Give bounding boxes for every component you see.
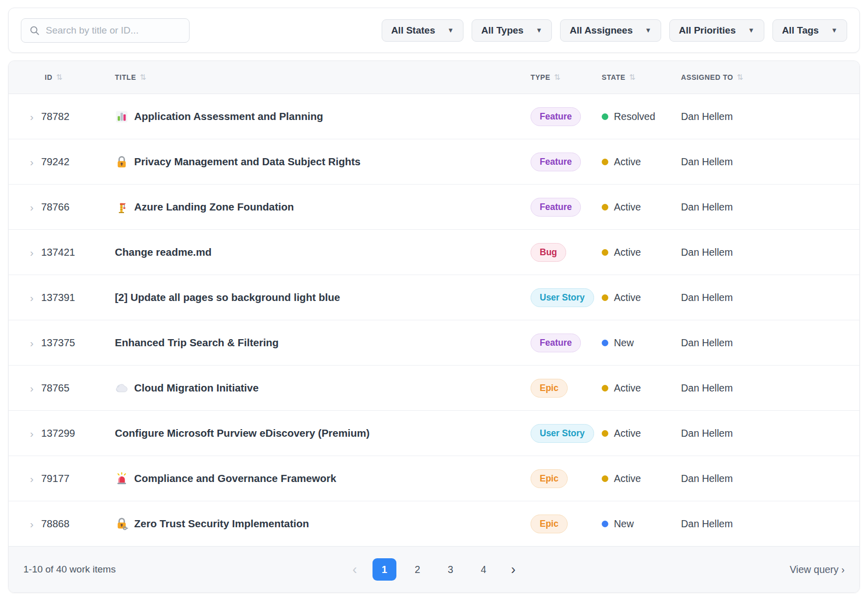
filter-dropdown-button[interactable]: All Assignees ▼	[560, 19, 661, 42]
filter-dropdown-button[interactable]: All Priorities ▼	[669, 19, 764, 42]
sort-icon[interactable]: ⇅	[56, 73, 63, 82]
type-badge: Epic	[531, 379, 568, 398]
expand-chevron-icon[interactable]: ›	[30, 202, 34, 213]
state-dot-icon	[602, 159, 608, 165]
work-items-table: ID ⇅ TITLE ⇅ TYPE ⇅ STATE ⇅ ASSIGNED TO …	[8, 61, 860, 593]
work-item-id: 137375	[41, 337, 75, 349]
expand-chevron-icon[interactable]: ›	[30, 428, 34, 439]
type-cell: Epic	[531, 379, 602, 398]
type-badge: Feature	[531, 198, 581, 217]
state-label: Active	[614, 473, 641, 485]
dropdown-label: All States	[391, 25, 436, 36]
id-cell: › 137375	[9, 337, 115, 349]
state-label: Active	[614, 382, 641, 394]
next-page-button[interactable]: ›	[505, 558, 522, 581]
work-item-title[interactable]: Enhanced Trip Search & Filtering	[115, 337, 278, 349]
table-row[interactable]: › 78765 Cloud Migration Initiative Epic …	[9, 366, 859, 411]
state-cell: Active	[602, 156, 681, 168]
filter-dropdown-button[interactable]: All Tags ▼	[772, 19, 847, 42]
table-body: › 78782 Application Assessment and Plann…	[9, 94, 859, 547]
expand-chevron-icon[interactable]: ›	[30, 338, 34, 348]
table-row[interactable]: › 78782 Application Assessment and Plann…	[9, 94, 859, 139]
filter-dropdown-button[interactable]: All Types ▼	[472, 19, 552, 42]
work-item-title[interactable]: Configure Microsoft Purview eDiscovery (…	[115, 427, 369, 439]
id-cell: › 137299	[9, 428, 115, 439]
items-count: 1-10 of 40 work items	[23, 564, 346, 575]
work-item-title[interactable]: Compliance and Governance Framework	[134, 472, 336, 485]
table-row[interactable]: › 79177 Compliance and Governance Framew…	[9, 456, 859, 501]
column-header-label: TITLE	[115, 73, 136, 81]
page-button-4[interactable]: 4	[472, 558, 495, 581]
work-item-id: 78766	[41, 201, 70, 213]
search-input[interactable]	[46, 25, 181, 36]
column-header-type[interactable]: TYPE ⇅	[531, 73, 602, 82]
work-item-title[interactable]: Azure Landing Zone Foundation	[134, 201, 294, 213]
filter-dropdown-button[interactable]: All States ▼	[382, 19, 463, 42]
work-item-title[interactable]: Zero Trust Security Implementation	[134, 518, 309, 530]
column-header-assigned-to[interactable]: ASSIGNED TO ⇅	[681, 73, 859, 82]
work-item-title[interactable]: [2] Update all pages so background light…	[115, 291, 340, 304]
table-row[interactable]: › 78766 Azure Landing Zone Foundation Fe…	[9, 185, 859, 230]
work-item-title[interactable]: Privacy Management and Data Subject Righ…	[134, 156, 360, 168]
work-item-title[interactable]: Change readme.md	[115, 246, 211, 258]
view-query-link[interactable]: View query ›	[790, 564, 845, 576]
type-badge: Feature	[531, 153, 581, 171]
id-cell: › 78868	[9, 518, 115, 530]
previous-page-button[interactable]: ‹	[346, 558, 363, 581]
column-header-label: STATE	[602, 73, 626, 81]
locked-with-key-icon	[115, 517, 129, 531]
column-header-title[interactable]: TITLE ⇅	[115, 73, 531, 82]
page-button-2[interactable]: 2	[406, 558, 429, 581]
assignee-name: Dan Hellem	[681, 428, 733, 439]
table-row[interactable]: › 79242 Privacy Management and Data Subj…	[9, 139, 859, 185]
expand-chevron-icon[interactable]: ›	[30, 111, 34, 122]
table-row[interactable]: › 137391 [2] Update all pages so backgro…	[9, 275, 859, 320]
id-cell: › 78766	[9, 201, 115, 213]
column-header-id[interactable]: ID ⇅	[9, 73, 115, 82]
assigned-to-cell: Dan Hellem	[681, 292, 859, 304]
sort-icon[interactable]: ⇅	[629, 73, 636, 82]
expand-chevron-icon[interactable]: ›	[30, 519, 34, 529]
column-header-state[interactable]: STATE ⇅	[602, 73, 681, 82]
column-header-label: TYPE	[531, 73, 550, 81]
sort-icon[interactable]: ⇅	[554, 73, 561, 82]
table-row[interactable]: › 78868 Zero Trust Security Implementati…	[9, 501, 859, 547]
expand-chevron-icon[interactable]: ›	[30, 473, 34, 484]
table-header: ID ⇅ TITLE ⇅ TYPE ⇅ STATE ⇅ ASSIGNED TO …	[9, 61, 859, 94]
state-cell: Active	[602, 473, 681, 485]
work-item-title[interactable]: Application Assessment and Planning	[134, 110, 323, 123]
police-light-icon	[115, 472, 129, 486]
title-cell: Privacy Management and Data Subject Righ…	[115, 155, 531, 169]
id-cell: › 78782	[9, 111, 115, 123]
title-cell: Application Assessment and Planning	[115, 110, 531, 124]
work-item-id: 137299	[41, 428, 75, 439]
search-box[interactable]	[21, 18, 190, 43]
table-row[interactable]: › 137299 Configure Microsoft Purview eDi…	[9, 411, 859, 456]
type-cell: Bug	[531, 243, 602, 262]
table-row[interactable]: › 137375 Enhanced Trip Search & Filterin…	[9, 320, 859, 366]
expand-chevron-icon[interactable]: ›	[30, 292, 34, 303]
assigned-to-cell: Dan Hellem	[681, 156, 859, 168]
sort-icon[interactable]: ⇅	[140, 73, 146, 82]
page-button-1[interactable]: 1	[373, 558, 396, 581]
expand-chevron-icon[interactable]: ›	[30, 383, 34, 394]
type-cell: Epic	[531, 515, 602, 533]
title-cell: Zero Trust Security Implementation	[115, 517, 531, 531]
work-item-title[interactable]: Cloud Migration Initiative	[134, 382, 259, 394]
state-label: Active	[614, 428, 641, 439]
page-button-3[interactable]: 3	[439, 558, 462, 581]
assignee-name: Dan Hellem	[681, 111, 733, 122]
title-cell: Configure Microsoft Purview eDiscovery (…	[115, 427, 531, 439]
assignee-name: Dan Hellem	[681, 156, 733, 167]
state-label: Resolved	[614, 111, 655, 123]
assigned-to-cell: Dan Hellem	[681, 337, 859, 349]
table-row[interactable]: › 137421 Change readme.md Bug Active Dan…	[9, 230, 859, 275]
state-dot-icon	[602, 521, 608, 527]
state-label: New	[614, 518, 634, 530]
sort-icon[interactable]: ⇅	[737, 73, 743, 82]
dropdown-label: All Types	[481, 25, 523, 36]
type-badge: Epic	[531, 515, 568, 533]
expand-chevron-icon[interactable]: ›	[30, 247, 34, 258]
expand-chevron-icon[interactable]: ›	[30, 157, 34, 167]
filter-bar: All States ▼ All Types ▼ All Assignees ▼…	[8, 8, 860, 53]
